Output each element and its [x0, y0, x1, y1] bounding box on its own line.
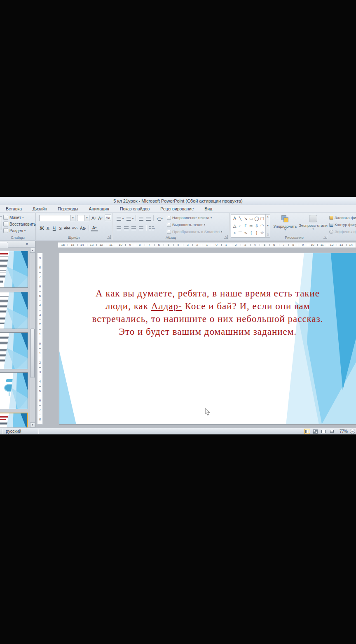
character-spacing-button[interactable]: AV▾	[71, 225, 78, 231]
shape-icon[interactable]: ⇩	[254, 222, 259, 230]
shape-icon[interactable]: ⌒	[237, 229, 243, 237]
align-text-button[interactable]: Выровнять текст▾	[167, 222, 205, 227]
shape-icon[interactable]: ◯	[254, 215, 259, 222]
italic-button[interactable]: К	[45, 225, 51, 231]
zoom-out-button[interactable]: –	[350, 429, 355, 434]
clear-formatting-button[interactable]: Aa	[105, 215, 111, 221]
align-center-button[interactable]	[123, 225, 129, 231]
shape-outline-button[interactable]: Контур фигу	[329, 222, 356, 227]
bullets-button[interactable]	[116, 215, 122, 222]
new-slide-button-fragment[interactable]	[0, 216, 2, 230]
shrink-font-button[interactable]: A˅	[97, 215, 103, 222]
quick-styles-button[interactable]: Экспресс-стили ▾	[300, 214, 327, 238]
shape-icon[interactable]: ╲	[237, 215, 243, 222]
chevron-down-icon[interactable]: ▼	[84, 215, 89, 221]
columns-button[interactable]: ▾	[149, 225, 155, 231]
tab-animatsiya[interactable]: Анимация	[84, 205, 115, 212]
shape-icon[interactable]: △	[232, 222, 237, 230]
slides-panel-scrollbar[interactable]: ▲ ▼	[30, 248, 35, 427]
shape-effects-button[interactable]: Эффекты ф	[329, 229, 356, 234]
shape-icon[interactable]: ⌐	[237, 222, 243, 230]
slide-thumbnail-3[interactable]	[0, 332, 28, 369]
chevron-down-icon: ▾	[24, 229, 26, 232]
scroll-up-icon[interactable]: ▲	[267, 215, 269, 218]
title-bar[interactable]: 5 кл 21урок - Microsoft PowerPoint (Сбой…	[0, 197, 356, 205]
grow-font-button[interactable]: A˄	[91, 215, 97, 222]
tab-retsenzirovanie[interactable]: Рецензирование	[155, 205, 199, 212]
shape-icon[interactable]: A	[232, 215, 237, 222]
underline-button[interactable]: Ч	[52, 225, 57, 231]
normal-view-button[interactable]	[304, 429, 310, 434]
scroll-down-icon[interactable]: ▼	[267, 224, 269, 227]
font-dialog-launcher[interactable]: ↘	[107, 235, 111, 239]
drawing-dialog-launcher[interactable]: ↘	[323, 235, 327, 239]
paragraph-dialog-launcher[interactable]: ↘	[224, 235, 228, 239]
convert-to-smartart-button[interactable]: Преобразовать в SmartArt▾	[167, 229, 222, 234]
slides-tab[interactable]	[0, 242, 8, 248]
align-left-button[interactable]	[116, 225, 122, 231]
shapes-gallery-scrollbar[interactable]: ▲▼⍗	[265, 215, 270, 237]
shape-icon[interactable]: ε	[232, 229, 237, 237]
text-shadow-button[interactable]: S	[58, 225, 63, 231]
close-icon[interactable]: ✕	[25, 242, 28, 247]
slide-thumbnail-1[interactable]	[0, 251, 28, 288]
justify-button[interactable]	[138, 225, 144, 231]
numbering-button[interactable]	[126, 215, 131, 222]
slide-thumbnail-2[interactable]	[0, 292, 28, 329]
shape-icon[interactable]: ↘	[243, 215, 248, 222]
shapes-gallery[interactable]: A╲↘▭◯▢△⌐Г⇨⇩◠ε⌒∿{}☆▲▼⍗	[231, 214, 270, 238]
chevron-down-icon[interactable]: ▾	[122, 217, 124, 220]
strikethrough-button[interactable]: abc	[63, 225, 71, 231]
align-right-button[interactable]	[131, 225, 136, 231]
tab-pokaz-slaidov[interactable]: Показ слайдов	[115, 205, 155, 212]
ruler-mark: 4	[37, 301, 42, 310]
status-bar: русский 77% –	[0, 428, 356, 434]
shape-icon[interactable]: ⇨	[248, 222, 254, 230]
slide-text-block[interactable]: А как вы думаете, ребята, в наше время е…	[66, 287, 349, 338]
slide-thumbnail-5-selected[interactable]	[0, 413, 28, 427]
group-font: ▼ ▼ A˄ A˅ Aa Ж К Ч S abc AV▾ Aa▾ A▾ Шриф…	[36, 213, 112, 240]
shape-icon[interactable]: ∿	[243, 229, 248, 237]
reset-button[interactable]: Восстановить	[3, 222, 36, 226]
layout-button[interactable]: Макет▾	[3, 215, 23, 220]
group-drawing-label: Рисование	[261, 236, 327, 240]
line-spacing-button[interactable]: ↕▾	[156, 215, 163, 222]
scroll-down-icon[interactable]: ▼	[30, 422, 35, 427]
shape-fill-button[interactable]: Заливка фи	[329, 215, 356, 220]
reading-view-button[interactable]	[321, 429, 327, 434]
chevron-down-icon[interactable]: ▼	[70, 215, 75, 221]
ruler-mark: 1	[37, 329, 42, 339]
tab-vstavka[interactable]: Вставка	[0, 205, 27, 212]
bold-button[interactable]: Ж	[39, 225, 44, 231]
font-name-combobox[interactable]: ▼	[39, 215, 75, 221]
language-indicator[interactable]: русский	[6, 429, 21, 434]
ruler-mark: 1	[202, 243, 211, 247]
shape-icon[interactable]: ▢	[260, 215, 265, 222]
shape-icon[interactable]: }	[254, 229, 259, 237]
thumbnail-theme-design	[2, 251, 28, 287]
tab-perekhody[interactable]: Переходы	[52, 205, 83, 212]
increase-indent-button[interactable]	[145, 215, 152, 222]
slide-canvas[interactable]: А как вы думаете, ребята, в наше время е…	[59, 253, 356, 425]
tab-vid[interactable]: Вид	[199, 205, 218, 212]
slide-sorter-view-button[interactable]	[312, 429, 319, 434]
font-color-button[interactable]: A▾	[91, 225, 98, 231]
arrange-button[interactable]: Упорядочить ▾	[272, 214, 298, 238]
tab-dizain[interactable]: Дизайн	[27, 205, 52, 212]
chevron-down-icon[interactable]: ▾	[132, 217, 134, 220]
text-direction-button[interactable]: Направление текста▾	[167, 215, 212, 220]
ruler-mark: 15	[68, 243, 77, 247]
shape-icon[interactable]: Г	[243, 222, 248, 230]
shape-icon[interactable]: ▭	[248, 215, 254, 222]
scrollbar-thumb[interactable]	[30, 329, 35, 378]
chevron-down-icon: ▾	[77, 227, 78, 229]
change-case-button[interactable]: Aa▾	[80, 225, 87, 231]
shape-icon[interactable]: ◠	[260, 222, 265, 230]
scroll-up-icon[interactable]: ▲	[30, 248, 35, 253]
slide-thumbnail-4[interactable]	[0, 372, 28, 409]
section-button[interactable]: Раздел▾	[3, 228, 26, 233]
decrease-indent-button[interactable]	[138, 215, 144, 222]
shape-icon[interactable]: {	[248, 229, 254, 237]
slideshow-view-button[interactable]	[329, 429, 335, 434]
font-size-combobox[interactable]: ▼	[77, 215, 89, 221]
